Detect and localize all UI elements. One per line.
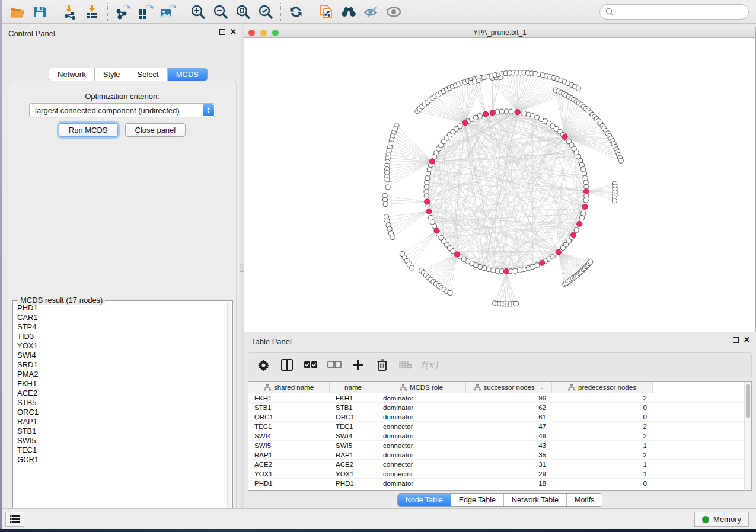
table-cell[interactable]: SWI5 — [248, 441, 330, 450]
mcds-result-item[interactable]: ACE2 — [14, 389, 222, 398]
table-cell[interactable]: 47 — [466, 422, 552, 431]
import-network-icon[interactable] — [60, 2, 80, 21]
table-cell[interactable]: 0 — [552, 403, 653, 412]
float-panel-icon[interactable] — [219, 29, 225, 35]
tab-mcds[interactable]: MCDS — [167, 68, 207, 81]
table-cell[interactable]: connector — [377, 422, 466, 431]
export-network-icon[interactable] — [113, 2, 133, 21]
refresh-icon[interactable] — [286, 2, 306, 21]
select-all-icon[interactable] — [303, 358, 318, 372]
table-cell[interactable]: dominator — [377, 450, 466, 459]
function-builder-icon[interactable]: f(x) — [422, 358, 437, 372]
table-cell[interactable]: STB1 — [330, 403, 377, 412]
table-cell[interactable]: YOX1 — [330, 469, 377, 478]
zoom-in-icon[interactable] — [188, 2, 208, 21]
table-cell[interactable]: 43 — [466, 441, 552, 450]
tab-node-table[interactable]: Node Table — [398, 494, 451, 506]
zoom-out-icon[interactable] — [210, 2, 231, 21]
table-cell[interactable]: 2 — [552, 422, 653, 431]
table-scrollbar[interactable] — [744, 382, 751, 489]
close-panel-icon[interactable]: ✕ — [744, 337, 750, 343]
table-cell[interactable]: RAP1 — [330, 450, 377, 459]
criterion-dropdown[interactable]: largest connected component (undirected)… — [29, 103, 215, 117]
table-cell[interactable]: 1 — [552, 469, 653, 478]
table-cell[interactable]: 18 — [466, 479, 552, 488]
memory-button[interactable]: Memory — [694, 512, 749, 527]
tab-motifs[interactable]: Motifs — [566, 494, 602, 506]
table-cell[interactable]: dominator — [377, 412, 466, 421]
mcds-result-item[interactable]: SWI5 — [14, 436, 222, 446]
table-row[interactable]: YOX1YOX1connector291 — [248, 469, 744, 479]
table-cell[interactable]: TEC1 — [330, 422, 377, 431]
table-row[interactable]: RAP1RAP1dominator352 — [248, 450, 744, 460]
tab-select[interactable]: Select — [129, 68, 167, 81]
zoom-fit-icon[interactable] — [233, 2, 253, 21]
delete-column-icon[interactable] — [374, 358, 390, 372]
table-cell[interactable]: ACE2 — [330, 460, 377, 469]
deselect-all-icon[interactable] — [327, 358, 342, 372]
tab-network[interactable]: Network — [49, 68, 94, 81]
mcds-result-item[interactable]: SRD1 — [14, 360, 222, 370]
table-cell[interactable]: dominator — [377, 393, 466, 402]
table-cell[interactable]: FKH1 — [248, 393, 330, 402]
table-cell[interactable]: 35 — [466, 450, 552, 459]
column-panel-icon[interactable] — [279, 358, 295, 372]
add-column-icon[interactable] — [350, 358, 366, 372]
table-cell[interactable]: 0 — [552, 479, 653, 488]
table-row[interactable]: TEC1TEC1connector472 — [248, 422, 744, 431]
mcds-list-scrollbar[interactable] — [227, 302, 231, 517]
table-cell[interactable]: 2 — [552, 450, 653, 459]
export-table-icon[interactable] — [135, 2, 155, 21]
table-cell[interactable]: ORC1 — [248, 412, 330, 421]
column-header-predecessor-nodes[interactable]: predecessor nodes — [552, 382, 653, 393]
open-folder-icon[interactable] — [7, 2, 27, 21]
table-cell[interactable]: 29 — [466, 469, 552, 478]
column-header-name[interactable]: name — [330, 382, 377, 393]
zoom-selected-icon[interactable] — [256, 2, 276, 21]
column-header-shared-name[interactable]: shared name — [248, 382, 330, 393]
import-table-icon[interactable] — [82, 2, 103, 21]
mcds-result-item[interactable]: TEC1 — [14, 446, 222, 455]
network-graph[interactable] — [244, 39, 755, 332]
search-network-icon[interactable] — [339, 2, 359, 21]
network-search-input[interactable] — [599, 4, 749, 20]
table-cell[interactable]: connector — [377, 469, 466, 478]
table-row[interactable]: SWI5SWI5connector431 — [248, 441, 744, 450]
float-panel-icon[interactable] — [733, 337, 739, 343]
mcds-result-item[interactable]: FKH1 — [14, 379, 222, 389]
table-cell[interactable]: SWI4 — [248, 431, 330, 440]
table-cell[interactable]: 1 — [552, 441, 653, 450]
table-cell[interactable]: TEC1 — [248, 422, 330, 431]
tab-network-table[interactable]: Network Table — [503, 494, 566, 506]
mcds-result-list[interactable]: PHD1CAR1STP4TID3YOX1SWI4SRD1PMA2FKH1ACE2… — [14, 303, 222, 517]
table-cell[interactable]: SWI5 — [330, 441, 377, 450]
table-cell[interactable]: 31 — [466, 460, 552, 469]
save-icon[interactable] — [30, 2, 50, 21]
table-row[interactable]: ACE2ACE2connector311 — [248, 460, 744, 469]
mcds-result-item[interactable]: CAR1 — [14, 313, 222, 322]
mcds-result-item[interactable]: STB1 — [14, 427, 222, 436]
clear-table-icon[interactable] — [398, 358, 413, 372]
table-cell[interactable]: 0 — [552, 412, 653, 421]
network-canvas[interactable] — [244, 39, 755, 332]
run-mcds-button[interactable]: Run MCDS — [59, 123, 118, 137]
table-row[interactable]: SWI4SWI4dominator462 — [248, 431, 744, 441]
table-cell[interactable]: STB1 — [248, 403, 330, 412]
table-cell[interactable]: PHD1 — [248, 479, 330, 488]
table-cell[interactable]: connector — [377, 460, 466, 469]
close-panel-icon[interactable]: ✕ — [230, 29, 237, 35]
table-cell[interactable]: PHD1 — [330, 479, 377, 488]
mcds-result-item[interactable]: ORC1 — [14, 408, 222, 417]
table-cell[interactable]: FKH1 — [330, 393, 377, 402]
table-cell[interactable]: 96 — [466, 393, 552, 402]
tab-edge-table[interactable]: Edge Table — [451, 494, 503, 506]
mcds-result-item[interactable]: GCR1 — [14, 455, 222, 464]
tab-style[interactable]: Style — [94, 68, 129, 81]
mcds-result-item[interactable]: STB5 — [14, 398, 222, 408]
table-cell[interactable]: 46 — [466, 431, 552, 440]
show-all-icon[interactable] — [384, 2, 404, 21]
table-cell[interactable]: 1 — [552, 460, 653, 469]
table-cell[interactable]: SWI4 — [330, 431, 377, 440]
close-panel-button[interactable]: Close panel — [125, 123, 186, 137]
table-cell[interactable]: 61 — [466, 412, 552, 421]
